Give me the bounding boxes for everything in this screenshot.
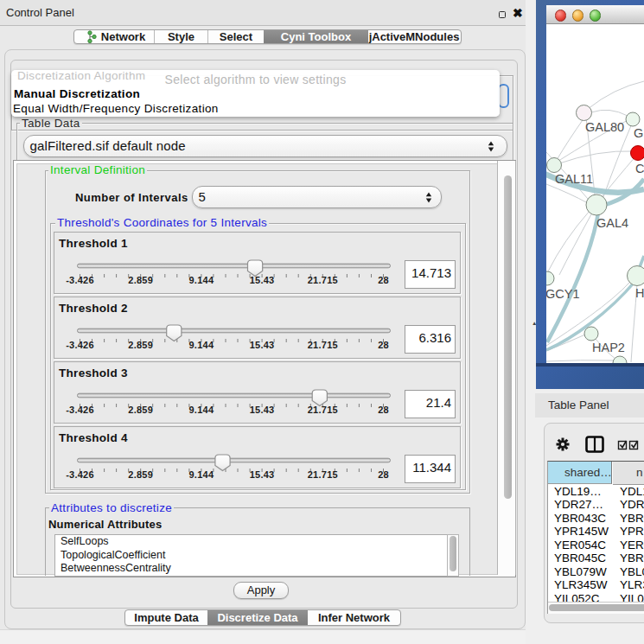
- svg-text:9.144: 9.144: [188, 275, 214, 285]
- svg-text:9.144: 9.144: [188, 469, 214, 480]
- svg-text:H: H: [635, 286, 644, 300]
- svg-text:15.43: 15.43: [249, 405, 274, 415]
- svg-text:2.859: 2.859: [128, 340, 153, 350]
- svg-text:-3.426: -3.426: [66, 275, 94, 285]
- svg-text:28: 28: [378, 340, 389, 350]
- svg-text:GCY1: GCY1: [546, 287, 580, 301]
- svg-text:-3.426: -3.426: [66, 469, 94, 480]
- svg-text:2.859: 2.859: [128, 469, 153, 480]
- svg-text:21.715: 21.715: [307, 405, 337, 415]
- svg-text:21.715: 21.715: [307, 275, 337, 285]
- svg-text:28: 28: [378, 275, 389, 285]
- svg-text:-3.426: -3.426: [66, 405, 94, 415]
- svg-text:2.859: 2.859: [128, 275, 153, 285]
- svg-text:15.43: 15.43: [249, 275, 274, 285]
- svg-text:9.144: 9.144: [188, 405, 214, 415]
- svg-text:HAP2: HAP2: [592, 341, 625, 354]
- svg-text:21.715: 21.715: [307, 469, 337, 480]
- svg-text:G.: G.: [634, 126, 644, 140]
- svg-text:28: 28: [378, 405, 389, 415]
- svg-text:15.43: 15.43: [249, 340, 274, 350]
- svg-text:-3.426: -3.426: [66, 340, 94, 350]
- svg-text:15.43: 15.43: [249, 469, 274, 480]
- svg-text:GAL80: GAL80: [585, 120, 624, 134]
- svg-text:21.715: 21.715: [307, 340, 337, 350]
- svg-text:28: 28: [378, 469, 389, 480]
- svg-text:2.859: 2.859: [128, 405, 153, 415]
- svg-text:C: C: [635, 162, 644, 175]
- svg-text:GAL11: GAL11: [555, 172, 593, 186]
- svg-text:9.144: 9.144: [188, 340, 214, 350]
- svg-text:GAL4: GAL4: [596, 216, 628, 230]
